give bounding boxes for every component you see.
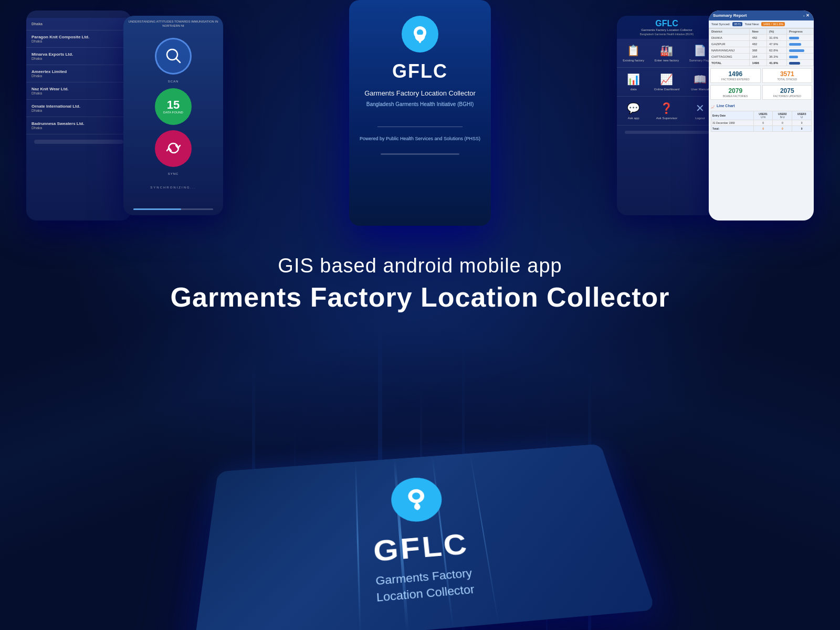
table-row: NARAYANGANJ 368 62.8% [709, 47, 814, 54]
stat-boxes-row2: 2079 BGMEA FACTORIES 2075 FACTORIES UPDA… [709, 85, 814, 102]
menu-item-data[interactable]: 📊 data [617, 68, 650, 97]
data-number: 15 [167, 99, 180, 111]
total-new-label: Total New: [744, 23, 759, 26]
phone-scan: UNDERSTANDING ATTITUDES TOWARDS IMMUNISA… [123, 16, 223, 215]
menu-item-label: data [631, 88, 637, 91]
line-chart-title: Line Chart [717, 104, 735, 108]
col-user2: USER2N U [773, 111, 792, 120]
gflc-divider [377, 127, 463, 127]
col-user1: USER1U N [753, 111, 773, 120]
user1-total: 0 [753, 126, 773, 132]
progress-bar-narayanganj [789, 49, 804, 52]
district-dhaka: DHAKA [709, 35, 750, 41]
list-item[interactable]: Minarva Exports Ltd. Dhaka [26, 48, 131, 65]
tablet-device: GFLC Garments Factory Location Collector [193, 444, 655, 630]
factories-updated-label: FACTORIES UPDATED [764, 94, 811, 98]
menu-item-label: Enter new factory [655, 59, 679, 62]
factories-entered-num: 1496 [712, 70, 759, 78]
center-logo-area: GFLC Garments Factory Location Collector… [349, 0, 491, 143]
factory-name: Badrunnesa Sweaters Ltd. [32, 121, 126, 126]
ask-app-icon: 💬 [627, 102, 640, 114]
main-title-text: Garments Factory Location Collector [0, 281, 840, 313]
factory-name: Ameertex Limited [32, 69, 126, 74]
menu-item-supervisor[interactable]: ❓ Ask Supervisor [650, 97, 683, 125]
factory-name: Dhaka [32, 22, 126, 26]
dashboard-icon: 📈 [660, 73, 673, 86]
user2-total: 0 [773, 126, 792, 132]
factories-updated-num: 2075 [764, 87, 811, 94]
stat-factories-entered: 1496 FACTORIES ENTERED [710, 68, 761, 83]
table-row: TOTAL 1496 41.9% [709, 60, 814, 66]
menu-item-ask-app[interactable]: 💬 Ask app [617, 97, 650, 125]
progress-bar-dhaka [789, 37, 799, 39]
progress-bar-chittagong [789, 56, 798, 58]
factory-location: Dhaka [32, 109, 126, 112]
col-entry-date: Entry Date [711, 111, 754, 120]
data-label: DATA FOUND [163, 111, 183, 114]
user1-val: 0 [753, 120, 773, 126]
list-item[interactable]: Naz Knit Wear Ltd. Dhaka [26, 82, 131, 100]
menu-item-existing-factory[interactable]: 📋 Existing factory [617, 39, 650, 68]
tablet-logo-icon [390, 476, 445, 523]
menu-org: Bangladesh Garments Health Initiative (B… [620, 33, 713, 36]
enter-factory-icon: 🏭 [660, 44, 673, 57]
stat-bgmea: 2079 BGMEA FACTORIES [710, 85, 761, 100]
scroll-bar[interactable] [34, 140, 123, 144]
syncing-label: SYNCHRONIZING... [123, 186, 223, 189]
gflc-powered: Powered by Public Health Services and So… [360, 135, 480, 142]
gflc-org: Bangladesh Garments Health Initiative (B… [366, 101, 474, 108]
sync-circle[interactable] [155, 130, 192, 167]
bgmea-num: 2079 [712, 87, 759, 94]
list-item[interactable]: Badrunnesa Sweaters Ltd. Dhaka [26, 117, 131, 134]
list-item[interactable]: Ornate International Ltd. Dhaka [26, 100, 131, 117]
logout-icon: ✕ [696, 102, 705, 114]
tablet-gflc-title: GFLC [373, 527, 471, 568]
svg-line-1 [176, 58, 180, 62]
menu-item-enter-factory[interactable]: 🏭 Enter new factory [650, 39, 683, 68]
district-total: TOTAL [709, 60, 750, 66]
list-item[interactable]: Paragon Knit Composite Ltd. Dhaka [26, 30, 131, 48]
menu-item-label: Online Dashboard [654, 88, 679, 91]
menu-item-label: Ask Supervisor [656, 117, 677, 120]
gflc-icon [402, 16, 438, 52]
factory-name: Naz Knit Wear Ltd. [32, 87, 126, 91]
factory-name: Ornate International Ltd. [32, 104, 126, 109]
factory-location: Dhaka [32, 74, 126, 78]
chart-date: 31 December 1969 [711, 120, 754, 126]
report-header: Summary Report - ✕ [709, 10, 814, 20]
bgmea-label: BGMEA FACTORIES [712, 94, 759, 98]
total-synced-row: Total Synced: 3571 Total New: 1496 / 361… [709, 20, 814, 28]
line-chart-header: 📈 Line Chart [711, 104, 812, 109]
phone-left: Dhaka Paragon Knit Composite Ltd. Dhaka … [26, 10, 131, 220]
menu-scrollbar[interactable] [625, 131, 709, 134]
syncing-bar [133, 208, 213, 210]
manual-icon: 📖 [694, 73, 707, 86]
factories-entered-label: FACTORIES ENTERED [712, 78, 759, 81]
powered-by-text: Powered by Public Health Services and So… [360, 136, 480, 141]
list-item[interactable]: Ameertex Limited Dhaka [26, 65, 131, 82]
col-new: New [750, 29, 767, 35]
total-synced-label: Total Synced: [711, 23, 730, 26]
data-found-circle: 15 DATA FOUND [155, 88, 192, 125]
existing-factory-icon: 📋 [627, 44, 640, 57]
line-chart-icon: 📈 [711, 105, 715, 109]
main-text-section: GIS based android mobile app Garments Fa… [0, 239, 840, 323]
progress-bar-total [789, 62, 800, 65]
report-table: District New (%) Progress DHAKA 482 31.6… [709, 28, 814, 66]
scan-circle[interactable] [155, 38, 192, 75]
line-chart-table: Entry Date USER1U N USER2N U USER3U 31 D… [711, 111, 812, 132]
factory-location: Dhaka [32, 91, 126, 95]
progress-bar-gazipur [789, 43, 801, 46]
stat-factories-updated: 2075 FACTORIES UPDATED [762, 85, 813, 100]
col-pct: (%) [767, 29, 787, 35]
user3-total: 0 [792, 126, 812, 132]
factory-location: Dhaka [32, 57, 126, 60]
menu-item-label: Existing factory [623, 59, 644, 62]
phone-menu: GFLC Garments Factory Location Collector… [617, 16, 717, 215]
total-new-value: 1496 / 361.6% [761, 22, 785, 26]
location-pin-icon [409, 23, 431, 45]
menu-item-dashboard[interactable]: 📈 Online Dashboard [650, 68, 683, 97]
list-item: Dhaka [26, 18, 131, 30]
table-row: Total: 0 0 0 [711, 126, 812, 132]
menu-item-label: Ask app [628, 117, 639, 120]
